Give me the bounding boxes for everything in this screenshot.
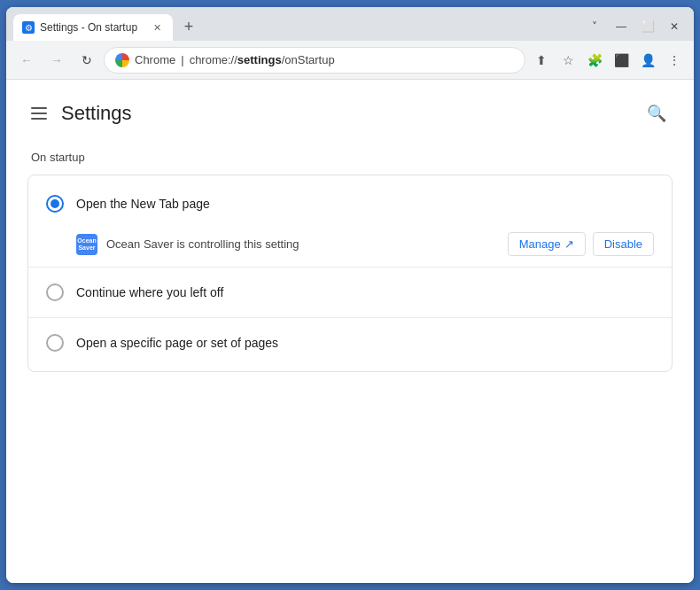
page-header: Settings 🔍	[27, 97, 673, 129]
extension-control-label: Ocean Saver is controlling this setting	[106, 237, 499, 251]
chevron-down-button[interactable]: ˅	[582, 18, 607, 35]
page-title: Settings	[61, 102, 132, 125]
browser-window: Settings - On startup ✕ + ˅ — ⬜ ✕ ← → ↻ …	[6, 7, 694, 583]
radio-continue[interactable]	[46, 283, 64, 301]
active-tab[interactable]: Settings - On startup ✕	[13, 14, 173, 41]
chrome-icon	[115, 53, 129, 67]
hamburger-line-2	[31, 113, 47, 114]
divider-2	[28, 317, 672, 318]
maximize-button[interactable]: ⬜	[635, 18, 660, 35]
option-specific-page-row[interactable]: Open a specific page or set of pages	[28, 322, 672, 364]
search-button[interactable]: 🔍	[641, 97, 673, 129]
tab-title: Settings - On startup	[40, 21, 137, 34]
radio-specific-page[interactable]	[46, 334, 64, 352]
manage-button[interactable]: Manage ↗	[508, 232, 586, 256]
option-new-tab-row[interactable]: Open the New Tab page	[28, 182, 672, 225]
extensions-button[interactable]: 🧩	[582, 48, 607, 73]
refresh-button[interactable]: ↻	[74, 47, 100, 74]
url-chrome-label: Chrome	[135, 53, 175, 66]
title-bar: Settings - On startup ✕ + ˅ — ⬜ ✕	[6, 7, 694, 41]
hamburger-line-3	[31, 118, 47, 120]
tab-close-button[interactable]: ✕	[150, 20, 164, 35]
divider-1	[28, 267, 672, 268]
profile-button[interactable]: 👤	[635, 48, 660, 73]
extension-action-buttons: Manage ↗ Disable	[508, 232, 654, 256]
disable-label: Disable	[604, 237, 642, 251]
option-continue-row[interactable]: Continue where you left off	[28, 271, 672, 314]
page-title-area: Settings	[27, 102, 132, 125]
toolbar-icons: ⬆ ☆ 🧩 ⬛ 👤 ⋮	[529, 48, 687, 73]
url-pipe: |	[181, 53, 183, 66]
extension-control-row: OceanSaver Ocean Saver is controlling th…	[28, 225, 672, 263]
section-title: On startup	[31, 151, 673, 164]
back-button[interactable]: ←	[13, 47, 40, 74]
address-bar[interactable]: Chrome | chrome://settings/onStartup	[104, 47, 525, 74]
minimize-button[interactable]: —	[609, 18, 634, 35]
menu-button[interactable]: ⋮	[662, 48, 687, 73]
sidebar-menu-button[interactable]	[27, 104, 51, 123]
sidebar-button[interactable]: ⬛	[609, 48, 634, 73]
manage-external-icon: ↗	[564, 237, 574, 251]
option-specific-page-label: Open a specific page or set of pages	[76, 336, 654, 350]
title-bar-controls: ˅ — ⬜ ✕	[582, 18, 687, 35]
extension-icon-text: OceanSaver	[77, 237, 96, 251]
option-continue-label: Continue where you left off	[76, 285, 654, 299]
manage-label: Manage	[519, 237, 561, 251]
url-path: chrome://settings/onStartup	[190, 53, 335, 66]
hamburger-line-1	[31, 107, 47, 109]
option-new-tab-label: Open the New Tab page	[76, 197, 654, 211]
disable-button[interactable]: Disable	[593, 232, 654, 256]
startup-settings-card: Open the New Tab page OceanSaver Ocean S…	[27, 175, 673, 372]
settings-page: Settings 🔍 On startup Open the New Tab p…	[6, 80, 694, 583]
new-tab-button[interactable]: +	[176, 14, 201, 39]
forward-button[interactable]: →	[43, 47, 70, 74]
extension-icon: OceanSaver	[76, 234, 97, 255]
tab-favicon	[22, 21, 35, 34]
radio-new-tab[interactable]	[46, 195, 64, 213]
share-button[interactable]: ⬆	[529, 48, 554, 73]
bookmark-button[interactable]: ☆	[556, 48, 580, 73]
toolbar: ← → ↻ Chrome | chrome://settings/onStart…	[6, 41, 694, 80]
radio-new-tab-inner	[51, 199, 59, 208]
close-button[interactable]: ✕	[662, 18, 687, 35]
